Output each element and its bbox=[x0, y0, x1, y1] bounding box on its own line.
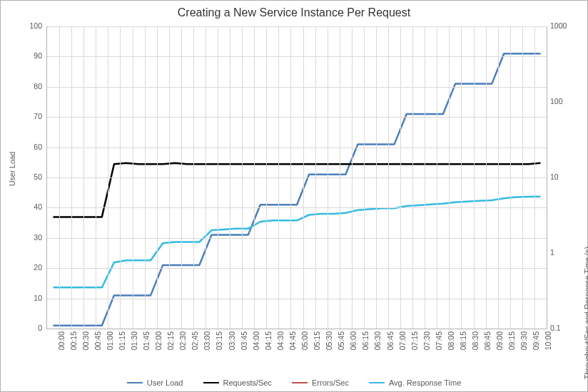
legend-label: Avg. Response Time bbox=[389, 378, 461, 387]
x-tick: 04:30 bbox=[276, 331, 285, 353]
x-tick: 02:45 bbox=[191, 331, 199, 353]
y-left-tick: 100 bbox=[29, 21, 42, 30]
gridline-v bbox=[71, 26, 72, 329]
x-tick: 09:45 bbox=[532, 331, 540, 353]
gridline-v bbox=[340, 26, 340, 329]
x-tick: 08:30 bbox=[471, 331, 480, 353]
x-tick: 04:00 bbox=[252, 331, 260, 353]
chart-container: Creating a New Service Instance Per Requ… bbox=[0, 0, 588, 392]
gridline-v bbox=[437, 26, 437, 329]
gridline-h bbox=[47, 87, 547, 88]
legend-label: User Load bbox=[147, 378, 183, 387]
x-tick: 08:15 bbox=[459, 331, 467, 353]
gridline-v bbox=[157, 26, 158, 329]
legend-label: Requests/Sec bbox=[223, 378, 272, 387]
x-tick: 09:30 bbox=[519, 331, 528, 353]
gridline-v bbox=[266, 26, 267, 329]
x-tick: 04:15 bbox=[264, 331, 273, 353]
gridline-v bbox=[120, 26, 121, 329]
y-left-tick: 70 bbox=[34, 112, 42, 120]
gridline-v bbox=[364, 26, 365, 329]
series-requests-sec bbox=[54, 163, 541, 217]
x-tick: 06:00 bbox=[349, 331, 358, 353]
y-right-tick: 1 bbox=[550, 248, 554, 257]
x-tick: 03:30 bbox=[228, 331, 236, 353]
x-tick: 06:15 bbox=[361, 331, 370, 353]
legend-swatch bbox=[203, 382, 219, 383]
gridline-v bbox=[108, 26, 108, 329]
x-tick: 00:00 bbox=[57, 331, 66, 353]
gridline-v bbox=[352, 26, 353, 329]
y-right-tick: 100 bbox=[550, 97, 563, 105]
gridline-v bbox=[242, 26, 243, 329]
gridline-h bbox=[47, 177, 547, 178]
x-tick: 01:45 bbox=[142, 331, 151, 353]
gridline-v bbox=[510, 26, 511, 329]
gridline-h bbox=[47, 268, 547, 269]
series-avg-response-time bbox=[54, 197, 541, 288]
x-tick: 07:15 bbox=[410, 331, 419, 353]
x-tick: 03:45 bbox=[240, 331, 248, 353]
x-tick: 10:00 bbox=[544, 331, 552, 353]
gridline-h bbox=[47, 56, 547, 57]
x-tick: 05:00 bbox=[300, 331, 309, 353]
y-right-axis-label: Throughput/Sec and Response Time (s) bbox=[583, 247, 588, 379]
x-tick: 00:30 bbox=[81, 331, 90, 353]
x-tick: 07:00 bbox=[398, 331, 407, 353]
gridline-v bbox=[145, 26, 146, 329]
x-tick: 05:30 bbox=[325, 331, 333, 353]
series-user-load bbox=[54, 53, 541, 326]
y-left-tick: 90 bbox=[34, 51, 42, 60]
x-tick: 05:45 bbox=[337, 331, 345, 353]
x-tick: 06:30 bbox=[373, 331, 382, 353]
legend-label: Errors/Sec bbox=[312, 378, 349, 387]
x-tick: 04:45 bbox=[288, 331, 297, 353]
gridline-v bbox=[534, 26, 535, 329]
gridline-v bbox=[278, 26, 279, 329]
plot-area bbox=[46, 26, 547, 329]
gridline-v bbox=[315, 26, 316, 329]
y-left-tick: 10 bbox=[34, 294, 42, 302]
x-tick: 03:00 bbox=[203, 331, 211, 353]
gridline-v bbox=[96, 26, 96, 329]
gridline-v bbox=[498, 26, 499, 329]
x-tick: 01:15 bbox=[118, 331, 126, 353]
gridline-v bbox=[425, 26, 425, 329]
gridline-v bbox=[83, 26, 84, 329]
x-tick: 07:45 bbox=[435, 331, 443, 353]
gridline-v bbox=[169, 26, 170, 329]
gridline-h bbox=[47, 148, 547, 148]
gridline-h bbox=[47, 238, 547, 239]
y-right-tick: 10 bbox=[550, 172, 559, 181]
y-left-tick: 40 bbox=[34, 202, 42, 211]
gridline-v bbox=[388, 26, 389, 329]
x-tick: 06:45 bbox=[386, 331, 395, 353]
x-tick: 03:15 bbox=[215, 331, 223, 353]
gridline-v bbox=[59, 26, 60, 329]
gridline-v bbox=[522, 26, 523, 329]
gridline-v bbox=[218, 26, 218, 329]
y-left-tick: 30 bbox=[34, 233, 42, 242]
gridline-v bbox=[486, 26, 487, 329]
gridline-h bbox=[47, 207, 547, 208]
y-left-tick: 60 bbox=[34, 143, 42, 151]
x-tick: 02:30 bbox=[178, 331, 187, 353]
x-tick: 01:00 bbox=[106, 331, 114, 353]
gridline-v bbox=[449, 26, 450, 329]
gridline-v bbox=[254, 26, 255, 329]
gridline-v bbox=[181, 26, 182, 329]
x-tick: 05:15 bbox=[313, 331, 321, 353]
x-tick: 00:15 bbox=[69, 331, 78, 353]
legend-swatch bbox=[292, 382, 308, 383]
legend-item: Errors/Sec bbox=[292, 378, 349, 387]
x-tick: 09:15 bbox=[507, 331, 516, 353]
y-left-tick: 20 bbox=[34, 263, 42, 272]
x-tick: 08:00 bbox=[447, 331, 455, 353]
x-tick: 01:30 bbox=[130, 331, 138, 353]
legend-item: User Load bbox=[127, 378, 183, 387]
gridline-v bbox=[133, 26, 133, 329]
x-tick: 02:15 bbox=[166, 331, 175, 353]
gridline-v bbox=[230, 26, 230, 329]
x-tick: 09:00 bbox=[495, 331, 504, 353]
gridline-v bbox=[474, 26, 475, 329]
